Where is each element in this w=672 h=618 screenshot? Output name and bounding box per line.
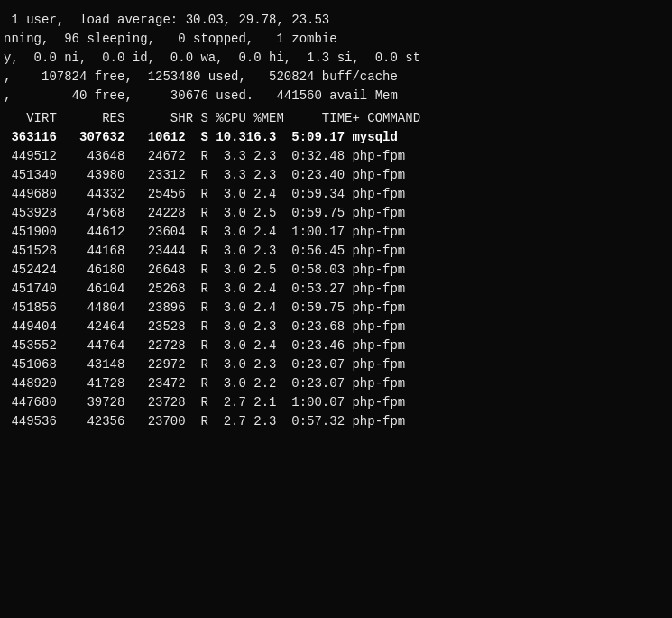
- table-row-8: 451740 46104 25268 R 3.0 2.4 0:53.27 php…: [4, 280, 668, 299]
- header-line-2: y, 0.0 ni, 0.0 id, 0.0 wa, 0.0 hi, 1.3 s…: [4, 49, 668, 68]
- table-row-1: 449512 43648 24672 R 3.3 2.3 0:32.48 php…: [4, 147, 668, 166]
- table-header: VIRT RES SHR S %CPU %MEM TIME+ COMMAND: [4, 109, 668, 128]
- header-line-4: , 40 free, 30676 used. 441560 avail Mem: [4, 87, 668, 106]
- table-row-2: 451340 43980 23312 R 3.3 2.3 0:23.40 php…: [4, 166, 668, 185]
- table-row-3: 449680 44332 25456 R 3.0 2.4 0:59.34 php…: [4, 185, 668, 204]
- table-row-4: 453928 47568 24228 R 3.0 2.5 0:59.75 php…: [4, 204, 668, 223]
- header-line-1: nning, 96 sleeping, 0 stopped, 1 zombie: [4, 30, 668, 49]
- table-row-7: 452424 46180 26648 R 3.0 2.5 0:58.03 php…: [4, 261, 668, 280]
- table-row-9: 451856 44804 23896 R 3.0 2.4 0:59.75 php…: [4, 299, 668, 318]
- table-row-0: 363116 307632 10612 S 10.316.3 5:09.17 m…: [4, 128, 668, 147]
- table-row-6: 451528 44168 23444 R 3.0 2.3 0:56.45 php…: [4, 242, 668, 261]
- table-row-14: 447680 39728 23728 R 2.7 2.1 1:00.07 php…: [4, 393, 668, 412]
- table-row-11: 453552 44764 22728 R 3.0 2.4 0:23.46 php…: [4, 337, 668, 355]
- table-row-10: 449404 42464 23528 R 3.0 2.3 0:23.68 php…: [4, 318, 668, 337]
- terminal: 1 user, load average: 30.03, 29.78, 23.5…: [0, 0, 672, 618]
- table-row-5: 451900 44612 23604 R 3.0 2.4 1:00.17 php…: [4, 223, 668, 242]
- header-line-3: , 107824 free, 1253480 used, 520824 buff…: [4, 68, 668, 87]
- table-row-12: 451068 43148 22972 R 3.0 2.3 0:23.07 php…: [4, 355, 668, 374]
- table-row-13: 448920 41728 23472 R 3.0 2.2 0:23.07 php…: [4, 374, 668, 393]
- table-row-15: 449536 42356 23700 R 2.7 2.3 0:57.32 php…: [4, 412, 668, 431]
- header-line-0: 1 user, load average: 30.03, 29.78, 23.5…: [4, 11, 668, 30]
